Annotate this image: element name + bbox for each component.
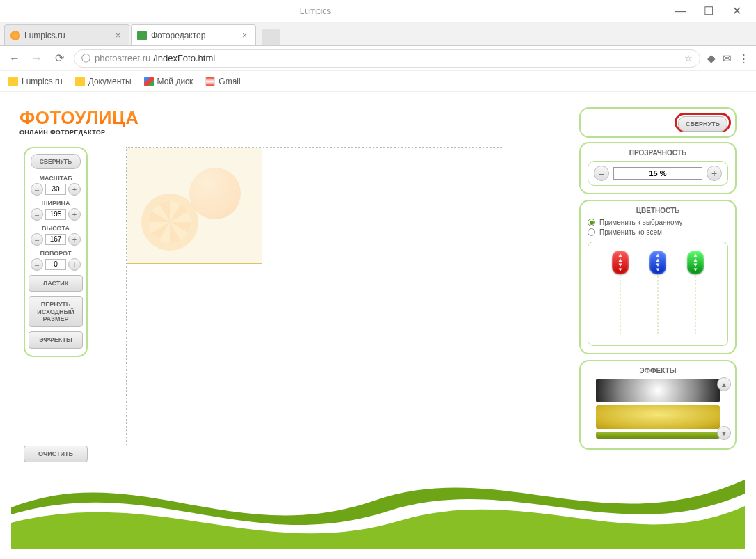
slider-track: [658, 266, 659, 334]
scale-value[interactable]: 30: [45, 184, 66, 195]
plus-button[interactable]: +: [707, 166, 722, 181]
scale-label: МАСШТАБ: [28, 175, 84, 182]
rotation-value[interactable]: 0: [45, 259, 66, 270]
window-title: Lumpics: [6, 6, 667, 16]
app-icon: [137, 31, 147, 40]
scroll-down-button[interactable]: ▼: [717, 426, 731, 440]
restore-size-button[interactable]: ВЕРНУТЬ ИСХОДНЫЙ РАЗМЕР: [29, 296, 83, 327]
slider-track: [695, 266, 696, 334]
right-panels: СВЕРНУТЬ ПРОЗРАЧНОСТЬ – 15 % + ЦВЕТНОСТЬ…: [579, 107, 737, 455]
radio-icon: [588, 219, 595, 226]
plus-button[interactable]: +: [68, 258, 81, 271]
effects-panel: ЭФФЕКТЫ ▲ ▼: [579, 360, 737, 450]
transparency-value[interactable]: 15 %: [613, 167, 702, 180]
bookmark-label: Lumpics.ru: [22, 77, 63, 86]
url-path: /indexFoto.html: [153, 53, 215, 63]
bookmark-drive[interactable]: Мой диск: [144, 77, 194, 86]
folder-icon: [75, 77, 85, 86]
globe-icon: [10, 31, 20, 40]
bookmark-lumpics[interactable]: Lumpics.ru: [8, 77, 63, 86]
bookmarks-bar: Lumpics.ru Документы Мой диск Gmail: [0, 71, 756, 92]
reload-button[interactable]: ⟳: [52, 52, 67, 65]
close-icon[interactable]: ×: [239, 31, 250, 40]
effect-item-gold[interactable]: [596, 405, 720, 429]
effects-title: ЭФФЕКТЫ: [588, 367, 728, 375]
color-title: ЦВЕТНОСТЬ: [588, 207, 728, 214]
height-value[interactable]: 167: [45, 234, 66, 245]
minus-button[interactable]: –: [594, 166, 609, 181]
height-stepper: – 167 +: [28, 233, 84, 246]
color-panel: ЦВЕТНОСТЬ Применить к выбранному Примени…: [579, 200, 737, 354]
decorative-wave: [11, 445, 745, 549]
url-input[interactable]: ⓘ photostreet.ru /indexFoto.html ☆: [74, 49, 700, 68]
minimize-button[interactable]: —: [667, 1, 695, 21]
radio-apply-selected[interactable]: Применить к выбранному: [588, 219, 728, 226]
image-content: [189, 168, 241, 219]
red-slider[interactable]: ▲▲▼▼: [611, 251, 629, 334]
slider-track: [620, 266, 621, 334]
logo-title: ФОТОУЛИЦА: [19, 107, 139, 129]
collapse-button[interactable]: СВЕРНУТЬ: [31, 154, 81, 169]
minus-button[interactable]: –: [31, 208, 43, 221]
app-logo: ФОТОУЛИЦА ОНЛАЙН ФОТОРЕДАКТОР: [19, 107, 139, 136]
bookmark-star-icon[interactable]: ☆: [684, 53, 693, 63]
height-label: ВЫСОТА: [28, 225, 84, 232]
tab-photoeditor[interactable]: Фоторедактор ×: [131, 24, 256, 45]
menu-icon[interactable]: ⋮: [739, 52, 749, 65]
bookmark-docs[interactable]: Документы: [75, 77, 132, 86]
gmail-icon: [205, 77, 215, 86]
insecure-icon: ⓘ: [81, 52, 90, 65]
bookmark-label: Мой диск: [157, 77, 194, 86]
new-tab-button[interactable]: [262, 29, 280, 45]
blue-slider[interactable]: ▲▲▼▼: [649, 251, 667, 334]
rotation-label: ПОВОРОТ: [28, 250, 84, 257]
maximize-button[interactable]: ☐: [695, 1, 723, 21]
radio-label: Применить к выбранному: [599, 219, 683, 226]
eraser-button[interactable]: ЛАСТИК: [29, 275, 83, 292]
transparency-panel: ПРОЗРАЧНОСТЬ – 15 % +: [579, 142, 737, 194]
canvas-image[interactable]: [127, 148, 262, 264]
url-host: photostreet.ru: [95, 53, 150, 63]
forward-button[interactable]: →: [29, 52, 45, 65]
mail-icon[interactable]: ✉: [723, 52, 732, 65]
scale-stepper: – 30 +: [28, 183, 84, 196]
minus-button[interactable]: –: [31, 183, 43, 196]
green-slider[interactable]: ▲▲▼▼: [686, 251, 704, 334]
clear-button[interactable]: ОЧИСТИТЬ: [24, 446, 88, 462]
bookmark-label: Gmail: [219, 77, 240, 86]
effect-item-silver[interactable]: [596, 379, 720, 402]
width-label: ШИРИНА: [28, 200, 84, 207]
image-content: [141, 194, 198, 251]
width-stepper: – 195 +: [28, 208, 84, 221]
transparency-title: ПРОЗРАЧНОСТЬ: [588, 149, 728, 157]
plus-button[interactable]: +: [68, 233, 81, 246]
browser-tab-bar: Lumpics.ru × Фоторедактор ×: [0, 22, 756, 46]
slider-thumb-blue[interactable]: ▲▲▼▼: [649, 251, 666, 274]
slider-thumb-green[interactable]: ▲▲▼▼: [687, 251, 704, 274]
minus-button[interactable]: –: [31, 233, 43, 246]
scroll-up-button[interactable]: ▲: [717, 377, 731, 391]
left-toolbar: СВЕРНУТЬ МАСШТАБ – 30 + ШИРИНА – 195 + В…: [24, 147, 88, 357]
effects-button[interactable]: ЭФФЕКТЫ: [29, 331, 83, 348]
bookmark-label: Документы: [88, 77, 132, 86]
shield-icon[interactable]: ◆: [707, 52, 716, 65]
drive-icon: [144, 77, 154, 86]
close-button[interactable]: ✕: [723, 1, 750, 21]
radio-label: Применить ко всем: [599, 228, 662, 236]
close-icon[interactable]: ×: [113, 31, 123, 40]
back-button[interactable]: ←: [7, 52, 22, 65]
width-value[interactable]: 195: [45, 209, 66, 220]
color-sliders: ▲▲▼▼ ▲▲▼▼ ▲▲▼▼: [588, 242, 728, 346]
slider-thumb-red[interactable]: ▲▲▼▼: [612, 251, 629, 274]
bookmark-gmail[interactable]: Gmail: [205, 77, 240, 86]
plus-button[interactable]: +: [68, 183, 81, 196]
effect-item-olive[interactable]: [596, 432, 720, 439]
address-bar: ← → ⟳ ⓘ photostreet.ru /indexFoto.html ☆…: [0, 46, 756, 71]
app-viewport: ФОТОУЛИЦА ОНЛАЙН ФОТОРЕДАКТОР СВЕРНУТЬ М…: [0, 92, 756, 559]
tab-lumpics[interactable]: Lumpics.ru ×: [4, 24, 129, 45]
plus-button[interactable]: +: [68, 208, 81, 221]
canvas-area[interactable]: [126, 147, 503, 446]
minus-button[interactable]: –: [31, 258, 43, 271]
radio-apply-all[interactable]: Применить ко всем: [588, 228, 728, 236]
collapse-button[interactable]: СВЕРНУТЬ: [678, 116, 727, 132]
